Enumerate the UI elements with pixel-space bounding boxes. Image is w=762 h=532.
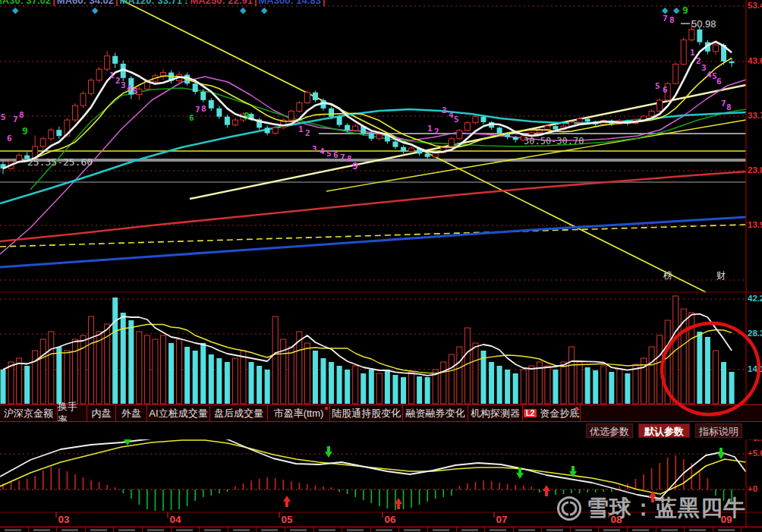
count-digit-marker: 4 (320, 146, 325, 156)
event-marker-cai[interactable]: 财 (716, 269, 726, 282)
count-digit-marker: 8 (201, 104, 206, 114)
count-digit-marker: 5 (1, 112, 6, 122)
price-axis-label: 33.7 (748, 111, 762, 120)
bottom-strip-cell[interactable] (342, 527, 371, 532)
count-digit-marker: 8 (19, 110, 24, 120)
indicator-axis-label: +5.0 (748, 449, 762, 458)
bottom-strip-cell[interactable] (200, 527, 228, 532)
month-axis-label: 07 (493, 514, 511, 525)
tab-内盘[interactable]: 内盘 (87, 405, 116, 421)
count-digit-marker: 6 (189, 113, 194, 123)
month-axis-label: 04 (166, 514, 184, 525)
count-digit-marker: 3 (701, 63, 707, 73)
bottom-strip-cell[interactable] (685, 527, 713, 532)
bottom-strip-cell[interactable] (314, 527, 343, 532)
bottom-strip-cell[interactable] (57, 527, 86, 532)
event-marker-bang[interactable]: 榜 (663, 269, 672, 282)
bottom-strip-cell[interactable] (485, 527, 514, 532)
count-digit-marker: 1 (109, 71, 115, 80)
bottom-strip-cell[interactable] (143, 527, 172, 532)
count-digit-marker: 9 (244, 110, 250, 121)
tab-label: AI立桩成交量 (149, 407, 207, 420)
count-digit-marker: 7 (663, 14, 668, 24)
count-digit-marker: 1 (690, 48, 695, 58)
bottom-strip-cell[interactable] (657, 527, 685, 532)
tab-融资融券变化[interactable]: 融资融券变化 (403, 405, 468, 421)
bottom-strip-cell[interactable] (514, 527, 543, 532)
tab-市盈率(ttm)[interactable]: 市盈率(ttm) (268, 405, 330, 421)
gap-range-label-low: 25.35-25.60 (27, 156, 93, 168)
tab-label: 盘后成交量 (214, 407, 263, 420)
new-indicator-dot (325, 407, 328, 410)
bottom-strip-cell[interactable] (599, 527, 628, 532)
stock-chart-app: MA30: 37.02|MA60: 34.02|MA120: 33.71↓MA2… (0, 0, 762, 532)
count-digit-marker: 5 (454, 115, 459, 124)
count-digit-marker: 2 (115, 76, 121, 86)
tab-机构探测器[interactable]: 机构探测器 (468, 405, 523, 421)
tab-资金抄底[interactable]: L2资金抄底 (523, 405, 581, 421)
button-指标说明[interactable]: 指标说明 (695, 423, 742, 438)
count-digit-marker: 5 (655, 81, 660, 91)
button-默认参数[interactable]: 默认参数 (638, 423, 690, 438)
tab-外盘[interactable]: 外盘 (116, 405, 147, 421)
bottom-strip-cell[interactable] (628, 527, 657, 532)
bottom-strip-cell[interactable] (29, 527, 58, 532)
tab-盘后成交量[interactable]: 盘后成交量 (210, 405, 268, 421)
count-digit-marker: 9 (22, 125, 28, 137)
bottom-strip-cell[interactable] (428, 527, 457, 532)
parameter-button-row: 优选参数默认参数指标说明 (0, 422, 762, 439)
count-digit-marker: 4 (127, 83, 132, 93)
xueqiu-logo-icon (556, 496, 582, 521)
count-digit-marker: 8 (726, 102, 732, 112)
bottom-strip-cell[interactable] (371, 527, 400, 532)
tab-label: 内盘 (92, 407, 112, 420)
count-digit-marker: 2 (434, 127, 439, 137)
ma-label: MA300: 14.83 (259, 0, 321, 6)
bottom-strip-cell[interactable] (542, 527, 571, 532)
count-digit-marker: 3 (442, 105, 447, 115)
event-diamond-icon: ◆ (261, 5, 267, 15)
tab-label: 外盘 (121, 407, 141, 420)
tab-AI立桩成交量[interactable]: AI立桩成交量 (147, 405, 210, 421)
bottom-strip-cell[interactable] (114, 527, 143, 532)
count-digit-marker: 4 (707, 70, 712, 80)
event-diamond-icon: ◆ (92, 5, 98, 15)
bottom-strip-cell[interactable] (172, 527, 200, 532)
price-axis-label: 13.9 (748, 220, 762, 229)
bottom-strip-cell[interactable] (86, 527, 115, 532)
ma-separator: | (254, 0, 257, 6)
tab-换手率[interactable]: 换手率 (58, 405, 87, 421)
bottom-strip-cell[interactable] (571, 527, 600, 532)
count-digit-marker: 5 (326, 149, 332, 159)
bottom-strip-cell[interactable] (228, 527, 257, 532)
bottom-strip-cell[interactable] (713, 527, 742, 532)
indicator-tab-bar: 沪深京金额换手率内盘外盘AI立桩成交量盘后成交量市盈率(ttm)陆股通持股变化融… (0, 405, 762, 422)
tab-label: 机构探测器 (471, 407, 520, 420)
count-digit-marker: 6 (333, 150, 338, 160)
price-axis-label: 43.6 (748, 56, 762, 65)
tab-沪深京金额[interactable]: 沪深京金额 (0, 405, 58, 421)
bottom-strip-cell[interactable] (257, 527, 285, 532)
count-digit-marker: 7 (195, 105, 200, 115)
bottom-strip-cell[interactable] (457, 527, 486, 532)
ma-value-row: MA30: 37.02|MA60: 34.02|MA120: 33.71↓MA2… (0, 0, 327, 6)
count-digit-marker: 9 (682, 5, 688, 16)
count-digit-marker: 7 (721, 99, 726, 109)
tab-label: 融资融券变化 (406, 407, 465, 420)
count-digit-marker: 5 (133, 87, 138, 96)
bottom-strip-cell[interactable] (285, 527, 314, 532)
tab-陆股通持股变化[interactable]: 陆股通持股变化 (330, 405, 403, 421)
count-digit-marker: 8 (669, 15, 675, 25)
tab-label: 资金抄底 (540, 407, 579, 420)
bottom-ticker-strip (0, 527, 762, 532)
volume-axis-label: 42.2 (748, 294, 762, 303)
ma-separator: ↓ (184, 0, 189, 6)
bottom-strip-cell[interactable] (0, 527, 29, 532)
count-digit-marker: 6 (7, 134, 12, 143)
gap-range-label-mid: 30.50-30.70 (524, 136, 584, 146)
bottom-strip-cell[interactable] (399, 527, 428, 532)
ma-separator: | (52, 0, 55, 6)
count-digit-marker: 1 (427, 124, 433, 134)
volume-axis-label: 14.1 (748, 364, 762, 373)
button-优选参数[interactable]: 优选参数 (586, 423, 633, 438)
